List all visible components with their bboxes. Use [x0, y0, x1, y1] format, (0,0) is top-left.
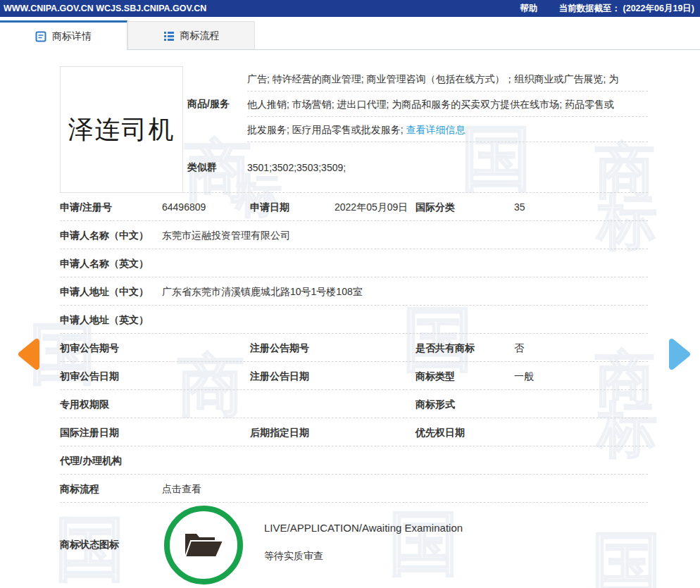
shared-trademark-label: 是否共有商标 [415, 334, 475, 362]
trademark-type-label: 商标类型 [415, 362, 455, 390]
applicant-name-cn-value: 东莞市运融投资管理有限公司 [162, 221, 290, 249]
goods-line-text: 批发服务; 医疗用品零售或批发服务; [247, 124, 406, 135]
goods-line: 批发服务; 医疗用品零售或批发服务; 查看详细信息 [247, 117, 648, 142]
app-date-value: 2022年05月09日 [335, 193, 408, 221]
exclusive-period-label: 专用权期限 [60, 390, 109, 418]
applicant-address-cn-label: 申请人地址（中文） [60, 277, 149, 306]
applicant-name-en-label: 申请人名称（英文） [60, 249, 149, 277]
goods-line: 他人推销; 市场营销; 进出口代理; 为商品和服务的买卖双方提供在线市场; 药品… [247, 92, 648, 117]
status-text-en: LIVE/APPLICATION/Awaiting Examination [264, 522, 463, 534]
data-current-date: 当前数据截至： (2022年06月19日) [559, 3, 694, 15]
process-row: 商标流程 点击查看 [60, 475, 648, 503]
similar-group-value: 3501;3502;3503;3509; [247, 162, 346, 173]
view-details-link[interactable]: 查看详细信息 [406, 124, 465, 135]
tab-label: 商标详情 [52, 30, 92, 43]
intl-class-label: 国际分类 [415, 193, 455, 221]
process-label: 商标流程 [60, 475, 99, 503]
registration-row: 申请/注册号 64496809 申请日期 2022年05月09日 国际分类 35 [60, 193, 648, 221]
applicant-name-cn-row: 申请人名称（中文） 东莞市运融投资管理有限公司 [60, 221, 648, 249]
trademark-image: 泽连司机 [60, 66, 183, 193]
intl-reg-date-label: 国际注册日期 [60, 418, 119, 446]
tab-trademark-details[interactable]: 商标详情 [0, 20, 127, 50]
goods-line: 广告; 特许经营的商业管理; 商业管理咨询（包括在线方式）；组织商业或广告展览;… [247, 66, 648, 92]
first-trial-date-label: 初审公告日期 [60, 362, 119, 390]
agency-row: 代理/办理机构 [60, 446, 648, 475]
status-folder-icon [164, 506, 243, 584]
applicant-address-en-row: 申请人地址（英文） [60, 306, 648, 334]
later-designation-label: 后期指定日期 [250, 418, 309, 446]
tab-strip: 商标详情 商标流程 [0, 17, 700, 50]
shared-trademark-value: 否 [514, 334, 524, 362]
announcement-number-row: 初审公告期号 注册公告期号 是否共有商标 否 [60, 334, 648, 362]
applicant-address-cn-row: 申请人地址（中文） 广东省东莞市清溪镇鹿城北路10号1号楼108室 [60, 277, 648, 306]
goods-services-row: 商品/服务 广告; 特许经营的商业管理; 商业管理咨询（包括在线方式）；组织商业… [187, 66, 648, 142]
help-link[interactable]: 帮助 [520, 3, 538, 15]
applicant-name-cn-label: 申请人名称（中文） [60, 221, 149, 249]
trademark-form-label: 商标形式 [415, 390, 455, 418]
priority-date-label: 优先权日期 [415, 418, 465, 446]
trademark-detail-panel: 泽连司机 商品/服务 广告; 特许经营的商业管理; 商业管理咨询（包括在线方式）… [60, 50, 648, 587]
reg-announce-no-label: 注册公告期号 [250, 334, 309, 362]
tab-label: 商标流程 [180, 30, 220, 42]
reg-number-value: 64496809 [162, 193, 206, 221]
header-bar: WWW.CNIPA.GOV.CN WCJS.SBJ.CNIPA.GOV.CN 帮… [0, 0, 700, 17]
reg-number-label: 申请/注册号 [60, 193, 112, 221]
app-date-label: 申请日期 [250, 193, 289, 221]
trademark-type-value: 一般 [514, 362, 534, 390]
list-icon [163, 30, 175, 42]
status-text-cn: 等待实质审查 [264, 550, 323, 563]
status-row: 商标状态图标 LIVE/APPLICATION/Awaiting Examina… [60, 503, 648, 587]
first-trial-no-label: 初审公告期号 [60, 334, 119, 362]
similar-group-label: 类似群 [187, 161, 247, 174]
previous-arrow-button[interactable] [15, 337, 41, 375]
announcement-date-row: 初审公告日期 注册公告日期 商标类型 一般 [60, 362, 648, 390]
top-section: 泽连司机 商品/服务 广告; 特许经营的商业管理; 商业管理咨询（包括在线方式）… [60, 50, 648, 193]
process-click-to-view-link[interactable]: 点击查看 [162, 475, 201, 503]
applicant-name-en-row: 申请人名称（英文） [60, 249, 648, 277]
reg-announce-date-label: 注册公告日期 [250, 362, 309, 390]
applicant-address-en-label: 申请人地址（英文） [60, 306, 149, 334]
status-icon-label: 商标状态图标 [60, 539, 119, 551]
site-title: WWW.CNIPA.GOV.CN WCJS.SBJ.CNIPA.GOV.CN [4, 4, 206, 13]
exclusive-period-row: 专用权期限 商标形式 [60, 390, 648, 418]
agency-label: 代理/办理机构 [60, 446, 122, 475]
document-icon [35, 31, 46, 42]
intl-dates-row: 国际注册日期 后期指定日期 优先权日期 [60, 418, 648, 446]
next-arrow-button[interactable] [668, 337, 693, 375]
goods-services-label: 商品/服务 [187, 98, 247, 111]
similar-group-row: 类似群 3501;3502;3503;3509; [187, 142, 648, 192]
intl-class-value: 35 [514, 193, 525, 221]
applicant-address-cn-value: 广东省东莞市清溪镇鹿城北路10号1号楼108室 [162, 277, 363, 306]
trademark-mark-text: 泽连司机 [68, 113, 175, 147]
tab-trademark-process[interactable]: 商标流程 [127, 21, 255, 49]
